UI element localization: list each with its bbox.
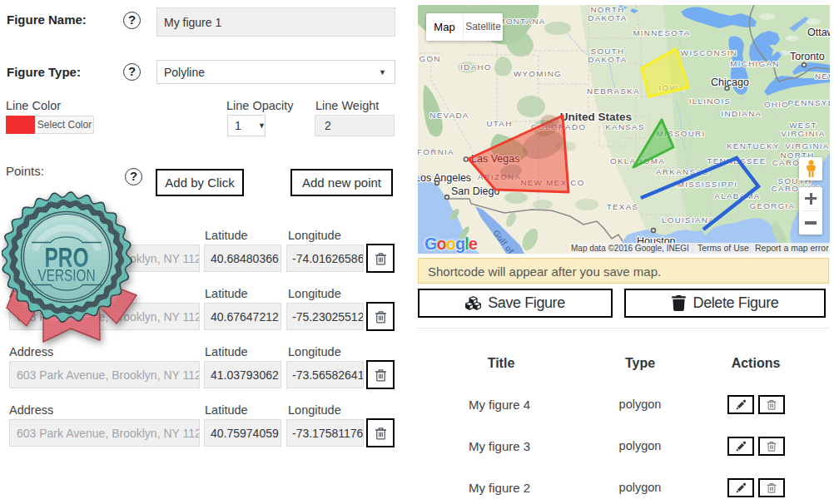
svg-text:NEBRASKA: NEBRASKA	[587, 86, 640, 96]
svg-text:Chicago: Chicago	[711, 77, 749, 88]
svg-text:OHIO: OHIO	[764, 100, 789, 109]
svg-text:MINNESOTA: MINNESOTA	[633, 28, 690, 37]
svg-text:CALIFORNIA: CALIFORNIA	[418, 147, 454, 156]
svg-text:LOUISIANA: LOUISIANA	[662, 215, 715, 225]
svg-text:Map data ©2016 Google, INEGI: Map data ©2016 Google, INEGI	[571, 244, 689, 253]
svg-text:VIRGINIA: VIRGINIA	[785, 141, 829, 151]
svg-text:NEW: NEW	[815, 72, 830, 81]
svg-text:Ottawa: Ottawa	[807, 27, 830, 38]
svg-text:PENNSYL: PENNSYL	[788, 98, 830, 107]
svg-text:Report a map error: Report a map error	[755, 243, 829, 253]
svg-text:OREGON: OREGON	[418, 54, 441, 63]
svg-text:IDAHO: IDAHO	[460, 62, 492, 72]
svg-text:VIRGINIA: VIRGINIA	[781, 129, 825, 138]
svg-text:MONTANA: MONTANA	[498, 17, 545, 26]
svg-text:ALABAMA: ALABAMA	[714, 191, 760, 200]
svg-text:WYOMING: WYOMING	[514, 69, 562, 78]
svg-text:KANSAS: KANSAS	[605, 122, 645, 131]
svg-text:MICHIGAN: MICHIGAN	[730, 59, 779, 68]
svg-text:MISSISSIPPI: MISSISSIPPI	[678, 180, 738, 189]
svg-text:KENTUCKY: KENTUCKY	[727, 141, 780, 151]
svg-text:GEORGIA: GEORGIA	[750, 201, 796, 210]
svg-text:DAKOTA: DAKOTA	[588, 13, 627, 22]
svg-text:VERSION: VERSION	[38, 266, 96, 284]
svg-text:ILLINOIS: ILLINOIS	[689, 96, 732, 106]
svg-text:NEVADA: NEVADA	[429, 111, 469, 120]
svg-text:United States: United States	[560, 111, 632, 123]
svg-text:INDIANA: INDIANA	[722, 109, 762, 118]
svg-text:Toronto: Toronto	[790, 51, 825, 62]
svg-text:WISCONSIN: WISCONSIN	[681, 48, 737, 57]
svg-text:DAKOTA: DAKOTA	[588, 55, 627, 64]
svg-text:TEXAS: TEXAS	[607, 202, 639, 211]
svg-text:Los Angeles: Los Angeles	[418, 172, 471, 184]
svg-text:Terms of Use: Terms of Use	[697, 243, 749, 253]
svg-text:UTAH: UTAH	[486, 119, 512, 128]
